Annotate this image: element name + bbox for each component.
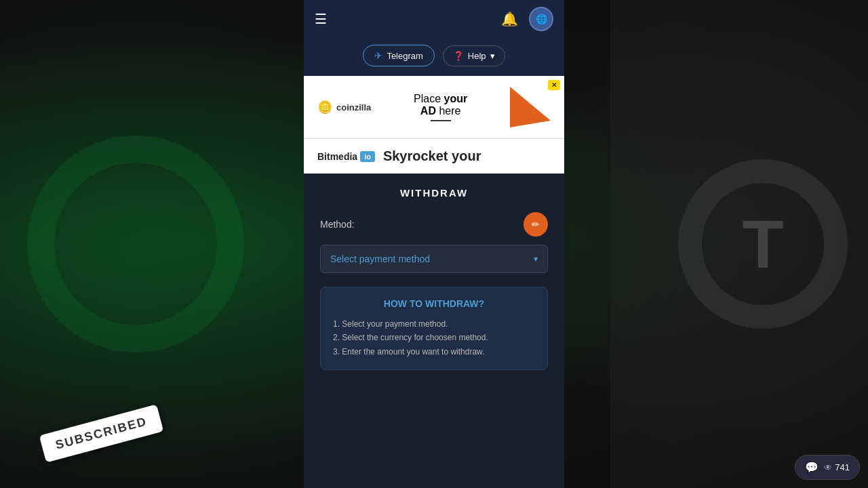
scroll-content: 🪙 coinzilla Place your AD here ✕ [304, 76, 564, 488]
hamburger-icon[interactable]: ☰ [315, 11, 327, 27]
method-label: Method: [320, 219, 355, 230]
how-to-step-1: 1. Select your payment method. [333, 317, 535, 331]
telegram-label: Telegram [387, 51, 422, 61]
how-to-step-3: 3. Enter the amount you want to withdraw… [333, 345, 535, 359]
ad-your: your [444, 93, 468, 104]
how-to-title: HOW TO WITHDRAW? [333, 298, 535, 309]
bitmedia-io-badge: io [360, 151, 375, 162]
ad-ad-here: AD here [378, 105, 503, 117]
withdraw-section: WITHDRAW Method: ✏ Select payment method… [304, 174, 564, 384]
viewer-count: 👁 741 [824, 462, 850, 472]
coinzilla-coin-icon: 🪙 [317, 100, 332, 115]
select-chevron-icon: ▾ [534, 254, 538, 264]
app-panel: ☰ 🔔 🌐 ✈ Telegram ❓ Help ▾ 🪙 coinzilla [304, 0, 564, 488]
ad-underline [431, 120, 451, 121]
how-to-step-2: 2. Select the currency for choosen metho… [333, 331, 535, 344]
ad-triangle-decoration [510, 87, 551, 127]
edit-button[interactable]: ✏ [524, 212, 548, 237]
ad-ad: AD [420, 105, 436, 117]
payment-method-select[interactable]: Select payment method ▾ [320, 245, 548, 273]
avatar[interactable]: 🌐 [529, 7, 553, 31]
ad-place-text: Place your [378, 93, 503, 105]
coinzilla-name: coinzilla [336, 102, 371, 113]
withdraw-title: WITHDRAW [320, 187, 548, 199]
ad-text: Place your AD here [371, 93, 510, 121]
help-label: Help [468, 51, 486, 61]
ad-close-button[interactable]: ✕ [548, 80, 560, 90]
help-chevron: ▾ [490, 51, 495, 61]
coinzilla-logo: 🪙 coinzilla [317, 100, 371, 115]
navbar: ☰ 🔔 🌐 [304, 0, 564, 38]
how-to-withdraw-box: HOW TO WITHDRAW? 1. Select your payment … [320, 287, 548, 370]
nav-left: ☰ [315, 11, 327, 27]
method-row: Method: ✏ [320, 212, 548, 237]
help-button[interactable]: ❓ Help ▾ [443, 45, 505, 66]
bell-icon[interactable]: 🔔 [501, 11, 518, 27]
bitmedia-label: Bitmedia [317, 151, 357, 162]
telegram-button[interactable]: ✈ Telegram [363, 45, 434, 66]
sub-header: ✈ Telegram ❓ Help ▾ [304, 38, 564, 76]
chat-icon: 💬 [805, 461, 818, 474]
telegram-icon: ✈ [374, 50, 382, 61]
ad-here: here [439, 105, 460, 117]
viewer-icon: 👁 [824, 463, 832, 472]
select-placeholder: Select payment method [330, 253, 430, 264]
viewer-number: 741 [835, 462, 850, 472]
ad-banner-coinzilla[interactable]: 🪙 coinzilla Place your AD here ✕ [304, 76, 564, 138]
bitmedia-logo: Bitmedia io [317, 151, 375, 162]
nav-right: 🔔 🌐 [501, 7, 553, 31]
help-icon: ❓ [453, 51, 464, 61]
ad-banner-bitmedia[interactable]: Bitmedia io Skyrocket your [304, 138, 564, 174]
bitmedia-slogan: Skyrocket your [383, 148, 481, 164]
live-chat-badge[interactable]: 💬 👁 741 [795, 455, 860, 480]
ad-place: Place [414, 93, 441, 104]
